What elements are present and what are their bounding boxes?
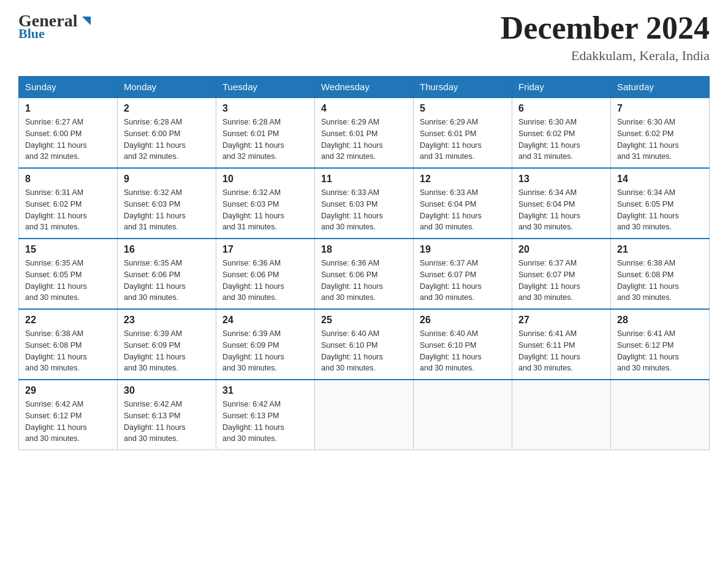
day-info: Sunrise: 6:34 AMSunset: 6:05 PMDaylight:…: [617, 187, 703, 233]
day-info: Sunrise: 6:41 AMSunset: 6:12 PMDaylight:…: [617, 328, 703, 374]
day-number: 31: [222, 385, 308, 396]
day-number: 26: [420, 315, 506, 326]
day-info: Sunrise: 6:35 AMSunset: 6:06 PMDaylight:…: [124, 258, 210, 304]
day-info: Sunrise: 6:30 AMSunset: 6:02 PMDaylight:…: [617, 117, 703, 163]
calendar-day-cell: 27Sunrise: 6:41 AMSunset: 6:11 PMDayligh…: [512, 309, 611, 380]
logo-blue-text: Blue: [18, 27, 93, 40]
day-info: Sunrise: 6:31 AMSunset: 6:02 PMDaylight:…: [25, 187, 111, 233]
day-number: 6: [518, 103, 604, 114]
calendar-day-cell: 10Sunrise: 6:32 AMSunset: 6:03 PMDayligh…: [216, 168, 315, 239]
calendar-day-cell: 3Sunrise: 6:28 AMSunset: 6:01 PMDaylight…: [216, 98, 315, 168]
calendar-week-row: 22Sunrise: 6:38 AMSunset: 6:08 PMDayligh…: [19, 309, 710, 380]
calendar-day-cell: 29Sunrise: 6:42 AMSunset: 6:12 PMDayligh…: [19, 380, 118, 450]
calendar-day-cell: 1Sunrise: 6:27 AMSunset: 6:00 PMDaylight…: [19, 98, 118, 168]
day-info: Sunrise: 6:30 AMSunset: 6:02 PMDaylight:…: [518, 117, 604, 163]
calendar-day-cell: 18Sunrise: 6:36 AMSunset: 6:06 PMDayligh…: [315, 239, 414, 309]
day-number: 12: [420, 174, 506, 185]
day-number: 13: [518, 174, 604, 185]
day-info: Sunrise: 6:34 AMSunset: 6:04 PMDaylight:…: [518, 187, 604, 233]
day-info: Sunrise: 6:40 AMSunset: 6:10 PMDaylight:…: [420, 328, 506, 374]
day-number: 16: [124, 244, 210, 255]
day-info: Sunrise: 6:36 AMSunset: 6:06 PMDaylight:…: [321, 258, 407, 304]
weekday-header-sunday: Sunday: [19, 77, 118, 98]
day-number: 8: [25, 174, 111, 185]
calendar-week-row: 15Sunrise: 6:35 AMSunset: 6:05 PMDayligh…: [19, 239, 710, 309]
day-info: Sunrise: 6:37 AMSunset: 6:07 PMDaylight:…: [420, 258, 506, 304]
calendar-day-cell: 25Sunrise: 6:40 AMSunset: 6:10 PMDayligh…: [315, 309, 414, 380]
day-info: Sunrise: 6:39 AMSunset: 6:09 PMDaylight:…: [124, 328, 210, 374]
weekday-header-saturday: Saturday: [611, 77, 710, 98]
location-text: Edakkulam, Kerala, India: [501, 48, 710, 64]
weekday-header-monday: Monday: [118, 77, 216, 98]
day-number: 1: [25, 103, 111, 114]
calendar-day-cell: 26Sunrise: 6:40 AMSunset: 6:10 PMDayligh…: [414, 309, 512, 380]
day-number: 7: [617, 103, 703, 114]
day-info: Sunrise: 6:32 AMSunset: 6:03 PMDaylight:…: [124, 187, 210, 233]
day-number: 14: [617, 174, 703, 185]
month-title: December 2024: [501, 12, 710, 44]
day-info: Sunrise: 6:33 AMSunset: 6:03 PMDaylight:…: [321, 187, 407, 233]
weekday-header-friday: Friday: [512, 77, 611, 98]
day-info: Sunrise: 6:32 AMSunset: 6:03 PMDaylight:…: [222, 187, 308, 233]
calendar-day-cell: 14Sunrise: 6:34 AMSunset: 6:05 PMDayligh…: [611, 168, 710, 239]
day-number: 28: [617, 315, 703, 326]
day-info: Sunrise: 6:39 AMSunset: 6:09 PMDaylight:…: [222, 328, 308, 374]
calendar-day-cell: [315, 380, 414, 450]
calendar-day-cell: 15Sunrise: 6:35 AMSunset: 6:05 PMDayligh…: [19, 239, 118, 309]
calendar-day-cell: 8Sunrise: 6:31 AMSunset: 6:02 PMDaylight…: [19, 168, 118, 239]
day-info: Sunrise: 6:42 AMSunset: 6:12 PMDaylight:…: [25, 399, 111, 445]
calendar-day-cell: 19Sunrise: 6:37 AMSunset: 6:07 PMDayligh…: [414, 239, 512, 309]
calendar-day-cell: 22Sunrise: 6:38 AMSunset: 6:08 PMDayligh…: [19, 309, 118, 380]
day-info: Sunrise: 6:38 AMSunset: 6:08 PMDaylight:…: [25, 328, 111, 374]
day-number: 23: [124, 315, 210, 326]
calendar-day-cell: 4Sunrise: 6:29 AMSunset: 6:01 PMDaylight…: [315, 98, 414, 168]
day-info: Sunrise: 6:42 AMSunset: 6:13 PMDaylight:…: [222, 399, 308, 445]
weekday-header-wednesday: Wednesday: [315, 77, 414, 98]
day-number: 29: [25, 385, 111, 396]
day-number: 17: [222, 244, 308, 255]
day-number: 5: [420, 103, 506, 114]
svg-marker-0: [82, 17, 91, 25]
page-header: General Blue December 2024 Edakkulam, Ke…: [18, 12, 710, 64]
calendar-day-cell: [512, 380, 611, 450]
day-info: Sunrise: 6:28 AMSunset: 6:00 PMDaylight:…: [124, 117, 210, 163]
calendar-day-cell: 20Sunrise: 6:37 AMSunset: 6:07 PMDayligh…: [512, 239, 611, 309]
calendar-day-cell: 23Sunrise: 6:39 AMSunset: 6:09 PMDayligh…: [118, 309, 216, 380]
calendar-day-cell: 2Sunrise: 6:28 AMSunset: 6:00 PMDaylight…: [118, 98, 216, 168]
calendar-day-cell: 16Sunrise: 6:35 AMSunset: 6:06 PMDayligh…: [118, 239, 216, 309]
day-info: Sunrise: 6:29 AMSunset: 6:01 PMDaylight:…: [321, 117, 407, 163]
day-info: Sunrise: 6:33 AMSunset: 6:04 PMDaylight:…: [420, 187, 506, 233]
calendar-week-row: 29Sunrise: 6:42 AMSunset: 6:12 PMDayligh…: [19, 380, 710, 450]
day-info: Sunrise: 6:28 AMSunset: 6:01 PMDaylight:…: [222, 117, 308, 163]
calendar-week-row: 1Sunrise: 6:27 AMSunset: 6:00 PMDaylight…: [19, 98, 710, 168]
day-number: 27: [518, 315, 604, 326]
calendar-day-cell: 12Sunrise: 6:33 AMSunset: 6:04 PMDayligh…: [414, 168, 512, 239]
title-block: December 2024 Edakkulam, Kerala, India: [501, 12, 710, 64]
calendar-week-row: 8Sunrise: 6:31 AMSunset: 6:02 PMDaylight…: [19, 168, 710, 239]
day-number: 9: [124, 174, 210, 185]
day-number: 22: [25, 315, 111, 326]
day-number: 2: [124, 103, 210, 114]
day-number: 18: [321, 244, 407, 255]
calendar-day-cell: [414, 380, 512, 450]
weekday-header-thursday: Thursday: [414, 77, 512, 98]
calendar-header: SundayMondayTuesdayWednesdayThursdayFrid…: [19, 77, 710, 98]
calendar-day-cell: 21Sunrise: 6:38 AMSunset: 6:08 PMDayligh…: [611, 239, 710, 309]
weekday-header-tuesday: Tuesday: [216, 77, 315, 98]
day-info: Sunrise: 6:42 AMSunset: 6:13 PMDaylight:…: [124, 399, 210, 445]
calendar-day-cell: [611, 380, 710, 450]
calendar-day-cell: 5Sunrise: 6:29 AMSunset: 6:01 PMDaylight…: [414, 98, 512, 168]
day-number: 20: [518, 244, 604, 255]
calendar-day-cell: 6Sunrise: 6:30 AMSunset: 6:02 PMDaylight…: [512, 98, 611, 168]
day-info: Sunrise: 6:29 AMSunset: 6:01 PMDaylight:…: [420, 117, 506, 163]
day-number: 25: [321, 315, 407, 326]
calendar-day-cell: 31Sunrise: 6:42 AMSunset: 6:13 PMDayligh…: [216, 380, 315, 450]
calendar-day-cell: 9Sunrise: 6:32 AMSunset: 6:03 PMDaylight…: [118, 168, 216, 239]
calendar-day-cell: 28Sunrise: 6:41 AMSunset: 6:12 PMDayligh…: [611, 309, 710, 380]
calendar-table: SundayMondayTuesdayWednesdayThursdayFrid…: [18, 76, 710, 450]
day-info: Sunrise: 6:27 AMSunset: 6:00 PMDaylight:…: [25, 117, 111, 163]
logo: General Blue: [18, 12, 93, 40]
calendar-day-cell: 30Sunrise: 6:42 AMSunset: 6:13 PMDayligh…: [118, 380, 216, 450]
day-info: Sunrise: 6:35 AMSunset: 6:05 PMDaylight:…: [25, 258, 111, 304]
day-number: 21: [617, 244, 703, 255]
